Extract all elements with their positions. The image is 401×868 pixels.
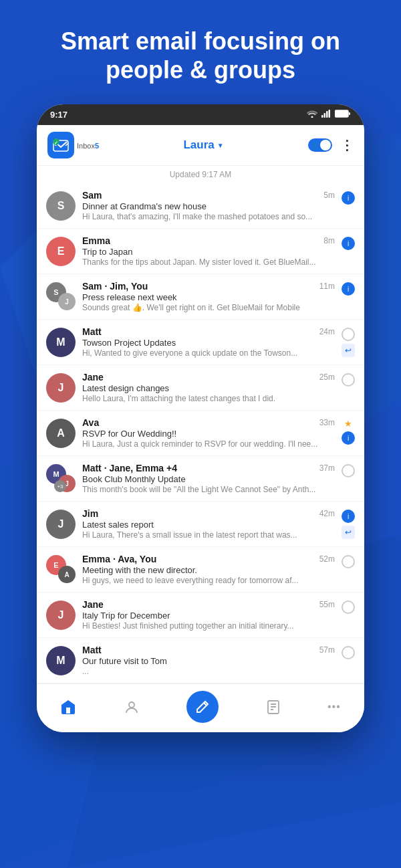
email-time: 42m (319, 509, 335, 518)
email-top: Emma · Ava, You 52m (82, 554, 335, 564)
more-menu-icon[interactable]: ⋮ (340, 137, 354, 153)
email-time: 55m (319, 600, 335, 609)
sender-name: Sam · Jim, You (82, 281, 148, 292)
email-item[interactable]: M Matt 57m Our future visit to Tom ... (37, 638, 364, 683)
read-circle (342, 464, 355, 477)
read-circle (342, 601, 355, 614)
inbox-logo[interactable]: ✓ Inbox5 (47, 132, 99, 158)
header-center[interactable]: Laura ▼ (183, 138, 223, 152)
email-content: Emma 8m Trip to Japan Thanks for the tip… (82, 235, 335, 267)
toggle-thumb (320, 140, 331, 150)
unread-dot: i (342, 431, 355, 445)
email-status: i (342, 237, 355, 250)
nav-compose[interactable] (186, 691, 219, 723)
email-status: i (342, 191, 355, 205)
email-item[interactable]: M J +3 Matt · Jane, Emma +4 37m Book Clu… (37, 456, 364, 502)
bottom-nav: ••• (37, 683, 364, 732)
avatar: A (46, 419, 76, 448)
email-preview: Hi Besties! Just finished putting togeth… (82, 621, 335, 631)
email-item[interactable]: A Ava 33m RSVP for Our Wedding!! Hi Laur… (37, 411, 364, 456)
email-content: Jim 42m Latest sales report Hi Laura, Th… (82, 508, 335, 540)
email-preview: This month's book will be "All the Light… (82, 485, 335, 494)
email-content: Matt 24m Towson Project Updates Hi, Want… (82, 326, 335, 358)
email-time: 24m (319, 327, 335, 336)
email-subject: Book Club Monthly Update (82, 474, 335, 484)
unread-dot: i (342, 510, 355, 523)
svg-rect-9 (329, 110, 331, 118)
email-top: Matt · Jane, Emma +4 37m (82, 463, 335, 473)
sender-name: Matt · Jane, Emma +4 (82, 463, 177, 473)
svg-rect-11 (349, 112, 350, 115)
email-item[interactable]: S Sam 5m Dinner at Grandma's new house H… (37, 183, 364, 229)
reply-icon: ↩ (342, 526, 355, 539)
svg-text:✓: ✓ (54, 140, 58, 145)
view-toggle[interactable]: 👤 (308, 138, 332, 152)
reply-icon: ↩ (342, 344, 355, 357)
email-preview: Thanks for the tips about Japan. My sist… (82, 257, 335, 267)
email-preview: Hi Laura, that's amazing, I'll make the … (82, 212, 335, 221)
sender-name: Ava (82, 417, 99, 428)
email-time: 8m (323, 236, 335, 245)
app-icon: ✓ (47, 132, 74, 158)
sender-name: Matt (82, 645, 102, 655)
email-time: 37m (319, 463, 335, 473)
svg-rect-6 (321, 115, 323, 118)
nav-tasks[interactable] (266, 699, 281, 714)
email-top: Ava 33m (82, 417, 335, 428)
avatar: S (46, 191, 76, 221)
battery-icon (335, 110, 351, 120)
email-item[interactable]: M Matt 24m Towson Project Updates Hi, Wa… (37, 320, 364, 365)
sender-name: Emma (82, 235, 110, 246)
read-circle (342, 646, 355, 659)
email-item[interactable]: E Emma 8m Trip to Japan Thanks for the t… (37, 229, 364, 274)
email-time: 5m (323, 191, 335, 200)
email-content: Matt · Jane, Emma +4 37m Book Club Month… (82, 463, 335, 494)
read-circle (342, 555, 355, 568)
email-status: ★i (342, 419, 355, 445)
email-subject: Press release next week (82, 292, 335, 302)
email-subject: Latest design changes (82, 383, 335, 393)
avatar-group: S J (46, 281, 76, 310)
email-subject: Our future visit to Tom (82, 656, 335, 666)
email-content: Matt 57m Our future visit to Tom ... (82, 645, 335, 676)
avatar: J (46, 601, 76, 630)
avatar: J (46, 510, 76, 539)
svg-rect-8 (326, 111, 328, 118)
sender-name: Sam (82, 190, 102, 201)
sender-name: Emma · Ava, You (82, 554, 156, 564)
svg-rect-7 (324, 113, 326, 118)
signal-icon (321, 110, 331, 120)
email-status: ↩ (342, 328, 355, 357)
email-time: 25m (319, 372, 335, 382)
email-item[interactable]: J Jane 25m Latest design changes Hello L… (37, 365, 364, 411)
email-subject: Meeting with the new director. (82, 565, 335, 575)
email-item[interactable]: E A Emma · Ava, You 52m Meeting with the… (37, 547, 364, 592)
email-top: Matt 24m (82, 326, 335, 337)
header-right: 👤 ⋮ (308, 137, 354, 153)
avatar: M (46, 328, 76, 357)
email-item[interactable]: J Jane 55m Italy Trip for December Hi Be… (37, 592, 364, 638)
status-icons (307, 110, 351, 120)
email-time: 11m (319, 282, 335, 291)
email-preview: Hi Laura, Just a quick reminder to RSVP … (82, 439, 335, 449)
email-item[interactable]: S J Sam · Jim, You 11m Press release nex… (37, 274, 364, 320)
updated-timestamp: Updated 9:17 AM (37, 166, 364, 183)
status-bar: 9:17 (37, 104, 364, 125)
app-header: ✓ Inbox5 Laura ▼ 👤 ⋮ (37, 125, 364, 166)
inbox-label: Inbox (77, 142, 95, 150)
email-status (342, 555, 355, 568)
email-subject: Dinner at Grandma's new house (82, 201, 335, 211)
wifi-icon (307, 110, 317, 120)
email-preview: Hello Laura, I'm attaching the latest ch… (82, 394, 335, 403)
chevron-down-icon: ▼ (217, 142, 224, 149)
svg-rect-10 (335, 110, 348, 117)
email-preview: Hi Laura, There's a small issue in the l… (82, 530, 335, 540)
nav-more[interactable]: ••• (327, 701, 341, 713)
email-subject: Trip to Japan (82, 247, 335, 257)
nav-contacts[interactable] (124, 699, 140, 714)
sender-name: Jane (82, 372, 104, 383)
email-top: Sam 5m (82, 190, 335, 201)
nav-inbox[interactable] (60, 699, 76, 714)
email-item[interactable]: J Jim 42m Latest sales report Hi Laura, … (37, 502, 364, 547)
email-status (342, 464, 355, 477)
